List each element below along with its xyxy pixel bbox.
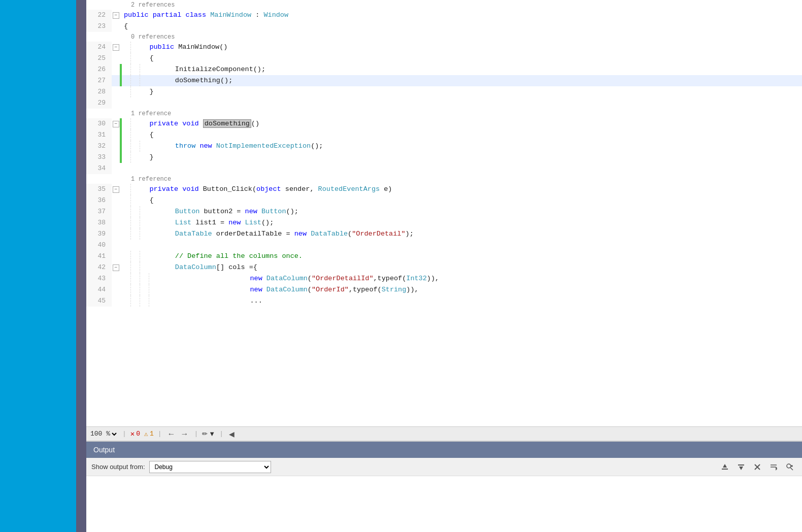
- warning-indicator: ⚠ 1: [144, 430, 154, 438]
- fold-gutter[interactable]: −: [112, 118, 120, 129]
- code-content: {: [131, 129, 802, 141]
- fold-gutter[interactable]: [112, 217, 120, 228]
- code-line: 36 {: [86, 195, 802, 206]
- output-action-2[interactable]: [734, 460, 748, 474]
- prev-nav-button[interactable]: ←: [166, 429, 177, 439]
- code-content: DataTable orderDetailTable = new DataTab…: [140, 228, 802, 240]
- fold-gutter[interactable]: [112, 141, 120, 152]
- fold-gutter[interactable]: [112, 21, 120, 32]
- code-line: 45 ...: [86, 295, 802, 307]
- code-line: 22−public partial class MainWindow : Win…: [86, 10, 802, 21]
- fold-icon[interactable]: −: [113, 121, 119, 127]
- indent-guide: [122, 86, 131, 97]
- code-content: private void Button_Click(object sender,…: [131, 184, 802, 195]
- indent-guide: [122, 64, 131, 75]
- fold-gutter[interactable]: [112, 284, 120, 295]
- indent-guide: [122, 129, 131, 141]
- code-content: new DataColumn("OrderId",typeof(String))…: [149, 284, 802, 295]
- separator-3: |: [194, 430, 198, 438]
- code-line: 26 InitializeComponent();: [86, 64, 802, 75]
- code-content: private void doSomething(): [131, 118, 802, 129]
- code-line: 38 List list1 = new List();: [86, 217, 802, 228]
- indent-guide: [131, 284, 140, 295]
- line-number: 30: [86, 118, 112, 129]
- svg-point-8: [787, 464, 791, 468]
- code-line: 39 DataTable orderDetailTable = new Data…: [86, 228, 802, 240]
- indent-guide: [122, 195, 131, 206]
- indent-guide: [140, 273, 149, 284]
- output-action-1[interactable]: [718, 460, 732, 474]
- fold-gutter[interactable]: [112, 228, 120, 240]
- line-number: 32: [86, 141, 112, 152]
- code-content: {: [131, 53, 802, 64]
- code-content: InitializeComponent();: [140, 64, 802, 75]
- fold-gutter[interactable]: [112, 251, 120, 262]
- warning-icon: ⚠: [144, 430, 148, 438]
- fold-icon[interactable]: −: [113, 12, 119, 19]
- annotation-dropdown: ▼: [209, 430, 215, 438]
- indent-guide: [122, 141, 131, 152]
- indent-guide: [122, 75, 131, 86]
- output-action-5[interactable]: [783, 460, 797, 474]
- line-number: 35: [86, 184, 112, 195]
- zoom-select[interactable]: 100%: [111, 429, 118, 439]
- svg-rect-0: [722, 469, 728, 470]
- output-action-4[interactable]: [766, 460, 781, 474]
- code-line: 41 // Define all the columns once.: [86, 251, 802, 262]
- error-indicator: ✕ 0: [130, 429, 140, 438]
- fold-gutter[interactable]: [112, 75, 120, 86]
- fold-icon[interactable]: −: [113, 44, 119, 51]
- fold-gutter[interactable]: [112, 273, 120, 284]
- fold-gutter[interactable]: [112, 295, 120, 307]
- indent-guide: [122, 53, 131, 64]
- indent-guide: [131, 273, 140, 284]
- code-content: {: [131, 195, 802, 206]
- scroll-left-button[interactable]: ◀: [227, 430, 236, 438]
- fold-gutter[interactable]: [112, 163, 120, 174]
- indent-guide: [131, 64, 140, 75]
- zoom-label: 100 %: [90, 430, 110, 438]
- fold-icon[interactable]: −: [113, 264, 119, 271]
- nav-controls[interactable]: ← →: [166, 429, 190, 439]
- line-number: 26: [86, 64, 112, 75]
- code-content: }: [131, 152, 802, 163]
- line-number: 28: [86, 86, 112, 97]
- code-content: [122, 240, 802, 251]
- indent-guide: [131, 217, 140, 228]
- output-panel: Output Show output from: Debug: [86, 441, 802, 532]
- fold-gutter[interactable]: −: [112, 184, 120, 195]
- fold-gutter[interactable]: −: [112, 42, 120, 53]
- annotation-button[interactable]: ✏ ▼: [202, 430, 215, 438]
- fold-icon[interactable]: −: [113, 186, 119, 193]
- reference-line: 1 reference: [86, 109, 802, 118]
- fold-gutter[interactable]: [112, 129, 120, 141]
- code-line: 29: [86, 97, 802, 109]
- fold-gutter[interactable]: [112, 86, 120, 97]
- indent-guide: [122, 228, 131, 240]
- fold-gutter[interactable]: [112, 152, 120, 163]
- fold-gutter[interactable]: [112, 240, 120, 251]
- fold-gutter[interactable]: [112, 97, 120, 109]
- fold-gutter[interactable]: [112, 195, 120, 206]
- output-action-3[interactable]: [750, 460, 764, 474]
- code-content: // Define all the columns once.: [140, 251, 802, 262]
- code-content: [122, 163, 802, 174]
- line-number: 29: [86, 97, 112, 109]
- fold-gutter[interactable]: −: [112, 262, 120, 273]
- code-line: 35− private void Button_Click(object sen…: [86, 184, 802, 195]
- code-content: throw new NotImplementedException();: [140, 141, 802, 152]
- fold-gutter[interactable]: [112, 53, 120, 64]
- fold-gutter[interactable]: −: [112, 10, 120, 21]
- indent-guide: [140, 295, 149, 307]
- indent-guide: [122, 251, 131, 262]
- fold-gutter[interactable]: [112, 206, 120, 217]
- zoom-control[interactable]: 100 % 100%: [90, 429, 118, 439]
- line-number: 22: [86, 10, 112, 21]
- code-line: 25 {: [86, 53, 802, 64]
- output-source-select[interactable]: Debug: [149, 461, 271, 473]
- code-line: 31 {: [86, 129, 802, 141]
- code-line: 28 }: [86, 86, 802, 97]
- fold-gutter[interactable]: [112, 64, 120, 75]
- code-line: 23{: [86, 21, 802, 32]
- next-nav-button[interactable]: →: [179, 429, 190, 439]
